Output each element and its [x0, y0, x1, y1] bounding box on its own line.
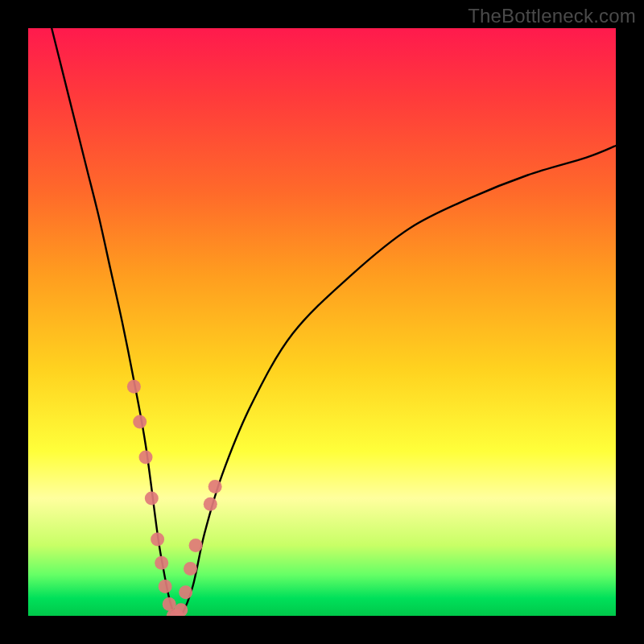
- highlight-dot: [155, 556, 168, 570]
- highlight-dot: [145, 492, 159, 506]
- highlight-dot: [179, 585, 192, 599]
- highlight-dot: [127, 380, 141, 394]
- bottleneck-curve: [52, 28, 616, 616]
- highlight-dot: [189, 539, 203, 552]
- highlight-dot: [184, 562, 197, 576]
- chart-frame: TheBottleneck.com: [0, 0, 644, 644]
- highlight-dot: [151, 533, 164, 547]
- highlight-dot: [159, 580, 172, 593]
- highlight-dot: [133, 415, 147, 429]
- highlight-dot: [204, 497, 217, 511]
- highlight-dot: [139, 450, 153, 464]
- highlight-dot: [163, 597, 176, 611]
- plot-area: [28, 28, 616, 616]
- highlight-dot: [208, 480, 222, 493]
- watermark-text: TheBottleneck.com: [468, 5, 636, 27]
- bottleneck-curve-svg: [28, 28, 616, 616]
